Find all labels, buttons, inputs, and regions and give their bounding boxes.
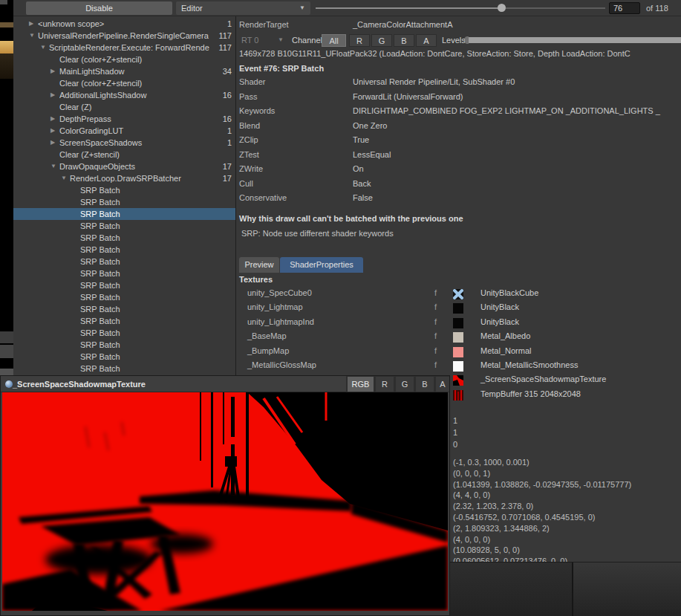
chevron-right-icon[interactable]: ▶: [50, 125, 58, 137]
texture-name[interactable]: UnityBlackCube: [480, 288, 538, 297]
tree-row[interactable]: ▼RenderLoop.DrawSRPBatcher17: [13, 172, 235, 184]
tree-row-label: SRP Batch: [80, 244, 213, 256]
texture-name[interactable]: Metal_MetallicSmoothness: [480, 360, 578, 369]
tree-row[interactable]: SRP Batch: [13, 220, 235, 232]
tree-row[interactable]: SRP Batch: [13, 291, 235, 303]
scene-crate-fragment: [0, 54, 13, 79]
vector-value: (0, 0, 0, 1): [453, 469, 490, 478]
preview-titlebar[interactable]: _ScreenSpaceShadowmapTexture RGBRGBA: [1, 376, 449, 392]
chevron-down-icon[interactable]: ▼: [40, 42, 48, 54]
event-slider[interactable]: [316, 7, 605, 9]
event-tree: ▶<unknown scope>1▼UniversalRenderPipelin…: [13, 16, 236, 375]
preview-channel-button-b[interactable]: B: [416, 377, 434, 392]
channel-button-r[interactable]: R: [349, 34, 370, 47]
channel-button-g[interactable]: G: [371, 34, 392, 47]
channel-button-b[interactable]: B: [394, 34, 414, 47]
chevron-down-icon: ▼: [278, 33, 284, 47]
tree-row[interactable]: SRP Batch: [13, 196, 235, 208]
property-label: ZClip: [239, 135, 258, 144]
target-selector-label: Editor: [181, 4, 203, 13]
chevron-down-icon[interactable]: ▼: [50, 161, 58, 172]
texture-property-name: _BumpMap: [247, 346, 289, 355]
texture-thumbnail-icon[interactable]: [453, 332, 463, 343]
levels-min-handle[interactable]: [465, 36, 469, 44]
texture-name[interactable]: UnityBlack: [480, 317, 519, 326]
tree-row[interactable]: ▶<unknown scope>1: [13, 18, 235, 30]
texture-thumbnail-icon[interactable]: [453, 390, 463, 401]
tree-row[interactable]: SRP Batch: [13, 184, 235, 196]
channel-button-a[interactable]: A: [416, 34, 437, 47]
tree-row[interactable]: SRP Batch: [13, 303, 235, 315]
vector-value: (10.08928, 5, 0, 0): [453, 545, 520, 554]
tab-shader-properties[interactable]: ShaderProperties: [280, 257, 363, 273]
tree-row[interactable]: ▼UniversalRenderPipeline.RenderSingleCam…: [13, 30, 235, 42]
tree-row[interactable]: SRP Batch: [13, 268, 235, 279]
tree-row[interactable]: SRP Batch: [13, 351, 235, 363]
tree-row[interactable]: ▶AdditionalLightsShadow16: [13, 89, 235, 101]
texture-flag: f: [434, 317, 437, 326]
chevron-right-icon[interactable]: ▶: [50, 113, 58, 125]
texture-thumbnail-icon[interactable]: [453, 347, 463, 357]
property-value: On: [353, 164, 364, 173]
tree-row[interactable]: SRP Batch: [13, 244, 235, 256]
chevron-down-icon[interactable]: ▼: [29, 30, 36, 42]
event-number-field[interactable]: 76: [609, 2, 640, 14]
tab-preview[interactable]: Preview: [239, 257, 279, 273]
tree-row[interactable]: ▶DepthPrepass16: [13, 113, 235, 125]
disable-button[interactable]: Disable: [26, 1, 172, 15]
target-selector-dropdown[interactable]: Editor ▼: [176, 1, 310, 15]
tree-row[interactable]: ▼DrawOpaqueObjects17: [13, 161, 235, 172]
texture-thumbnail-icon[interactable]: [453, 318, 463, 328]
property-label: Shader: [239, 77, 265, 86]
levels-label: Levels: [442, 33, 466, 47]
chevron-right-icon[interactable]: ▶: [50, 65, 58, 77]
tree-row[interactable]: SRP Batch: [13, 315, 235, 327]
tree-row-label: UniversalRenderPipeline.RenderSingleCame…: [38, 30, 213, 42]
tree-row[interactable]: ▶ColorGradingLUT1: [13, 125, 235, 137]
tree-row[interactable]: SRP Batch: [13, 327, 235, 339]
chevron-right-icon[interactable]: ▶: [50, 137, 58, 149]
tree-row[interactable]: SRP Batch: [13, 232, 235, 244]
texture-thumbnail-icon[interactable]: [453, 361, 463, 372]
tree-row[interactable]: SRP Batch: [13, 208, 235, 220]
channel-button-all[interactable]: All: [322, 34, 346, 47]
texture-thumbnail-icon[interactable]: [453, 289, 463, 299]
preview-channel-button-g[interactable]: G: [396, 377, 414, 392]
tree-row[interactable]: ▶ScreenSpaceShadows1: [13, 137, 235, 149]
texture-flag: f: [434, 360, 437, 369]
texture-name[interactable]: Metal_Albedo: [480, 331, 530, 340]
tree-row-label: ColorGradingLUT: [59, 125, 213, 137]
tree-row[interactable]: Clear (color+Z+stencil): [13, 77, 235, 89]
levels-track[interactable]: [464, 37, 681, 43]
tree-row[interactable]: Clear (Z): [13, 101, 235, 113]
texture-name[interactable]: TempBuffer 315 2048x2048: [480, 389, 581, 398]
float-value: 0: [453, 440, 457, 449]
texture-property-name: unity_Lightmap: [247, 302, 303, 311]
tree-row-label: Clear (color+Z+stencil): [59, 54, 213, 65]
texture-thumbnail-icon[interactable]: [453, 303, 463, 314]
preview-channel-button-rgb[interactable]: RGB: [348, 377, 374, 392]
preview-channel-button-r[interactable]: R: [376, 377, 394, 392]
levels-range-slider[interactable]: [464, 36, 681, 44]
texture-name[interactable]: _ScreenSpaceShadowmapTexture: [480, 375, 606, 383]
tree-row[interactable]: Clear (color+Z+stencil): [13, 54, 235, 65]
preview-window-frame: [1, 611, 449, 615]
preview-channel-button-a[interactable]: A: [436, 377, 449, 392]
tree-row[interactable]: Clear (Z+stencil): [13, 149, 235, 161]
tree-row[interactable]: SRP Batch: [13, 256, 235, 268]
chevron-down-icon[interactable]: ▼: [61, 172, 68, 184]
event-slider-handle[interactable]: [498, 4, 506, 12]
texture-thumbnail-icon[interactable]: [453, 375, 463, 386]
chevron-right-icon[interactable]: ▶: [29, 18, 36, 30]
tree-row[interactable]: SRP Batch: [13, 363, 235, 375]
texture-name[interactable]: Metal_Normal: [480, 346, 531, 355]
texture-flag: f: [434, 331, 437, 340]
tree-row[interactable]: SRP Batch: [13, 339, 235, 351]
tree-row[interactable]: ▶MainLightShadow34: [13, 65, 235, 77]
texture-name[interactable]: UnityBlack: [480, 302, 519, 311]
rt-index-dropdown[interactable]: RT 0 ▼: [238, 33, 287, 47]
chevron-right-icon[interactable]: ▶: [50, 89, 58, 101]
property-label: Keywords: [239, 106, 275, 115]
tree-row[interactable]: SRP Batch: [13, 279, 235, 291]
tree-row[interactable]: ▼ScriptableRenderer.Execute: ForwardRend…: [13, 42, 235, 54]
